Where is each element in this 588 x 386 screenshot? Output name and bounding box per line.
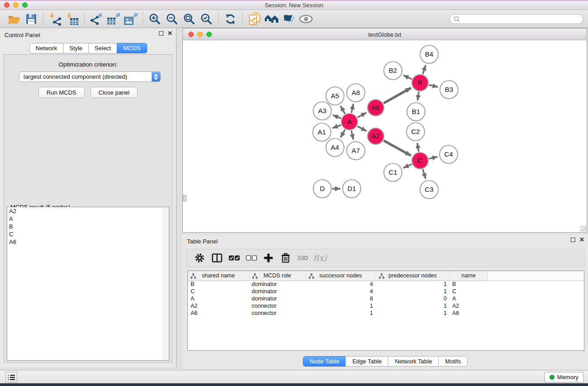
close-panel-icon[interactable]: ✕ bbox=[167, 31, 172, 36]
graph-node-B4[interactable]: B4 bbox=[420, 45, 438, 63]
zoom-fit-icon[interactable] bbox=[181, 11, 198, 27]
tab-network-table[interactable]: Network Table bbox=[388, 356, 439, 367]
graph-edge-A-A5[interactable] bbox=[340, 106, 345, 114]
zoom-in-icon[interactable] bbox=[146, 11, 163, 27]
graph-node-C[interactable]: C bbox=[412, 152, 428, 169]
graph-node-D1[interactable]: D1 bbox=[343, 180, 361, 198]
tab-edge-table[interactable]: Edge Table bbox=[345, 356, 388, 367]
column-header-shared-name[interactable]: shared name bbox=[188, 271, 249, 281]
graph-edge-C-C4[interactable] bbox=[429, 157, 438, 158]
run-mcds-button[interactable]: Run MCDS bbox=[38, 87, 85, 98]
tab-motifs[interactable]: Motifs bbox=[438, 356, 468, 367]
column-header-successor-nodes[interactable]: successor nodes bbox=[306, 271, 376, 281]
mcds-result-item[interactable]: C bbox=[7, 230, 169, 238]
graph-node-A4[interactable]: A4 bbox=[326, 138, 344, 157]
table-row[interactable]: Adominator80A bbox=[188, 295, 584, 302]
flag-icon[interactable] bbox=[280, 11, 297, 27]
graph-edge-A-A7[interactable] bbox=[351, 131, 353, 140]
search-input[interactable] bbox=[462, 16, 579, 22]
delete-rows-trash-icon[interactable] bbox=[277, 250, 294, 266]
criterion-select[interactable]: largest connected component (directed) bbox=[19, 71, 161, 82]
eye-icon[interactable] bbox=[297, 11, 315, 27]
resize-grip-icon[interactable] bbox=[580, 225, 586, 232]
table-row[interactable]: A6connector11A6 bbox=[188, 310, 584, 317]
import-table-icon[interactable] bbox=[64, 11, 81, 27]
graph-node-A7[interactable]: A7 bbox=[347, 142, 365, 160]
column-header-name[interactable]: name bbox=[449, 271, 488, 281]
graph-edge-C-C1[interactable] bbox=[403, 164, 412, 168]
tab-style[interactable]: Style bbox=[63, 43, 89, 53]
mcds-result-item[interactable]: A6 bbox=[7, 238, 169, 246]
graph-edge-A-A4[interactable] bbox=[340, 129, 345, 138]
double-home-icon[interactable] bbox=[263, 11, 280, 27]
tab-select[interactable]: Select bbox=[88, 43, 117, 53]
refresh-icon[interactable] bbox=[222, 11, 239, 27]
graph-node-A8[interactable]: A8 bbox=[347, 84, 365, 102]
zoom-selected-icon[interactable] bbox=[198, 11, 215, 27]
graph-edge-C-C2[interactable] bbox=[417, 143, 419, 152]
graph-edge-B-B1[interactable] bbox=[417, 92, 419, 100]
graph-edge-C-C3[interactable] bbox=[423, 169, 426, 179]
graph-edge-A2-C[interactable] bbox=[384, 141, 411, 156]
column-header-predecessor-nodes[interactable]: predecessor nodes bbox=[376, 271, 449, 281]
graph-node-B[interactable]: B bbox=[412, 75, 428, 91]
memory-button[interactable]: Memory bbox=[545, 372, 583, 382]
mcds-result-item[interactable]: A2 bbox=[7, 207, 169, 215]
graph-edge-A-A6[interactable] bbox=[358, 113, 367, 118]
network-document-icon[interactable] bbox=[246, 11, 263, 27]
export-network-icon[interactable] bbox=[88, 11, 105, 27]
float-panel-icon[interactable] bbox=[571, 238, 575, 242]
graph-node-C2[interactable]: C2 bbox=[406, 123, 425, 141]
graph-node-B3[interactable]: B3 bbox=[440, 81, 458, 99]
graph-edge-A6-B[interactable] bbox=[383, 88, 411, 103]
tab-node-table[interactable]: Node Table bbox=[303, 356, 346, 367]
tab-network[interactable]: Network bbox=[29, 43, 63, 53]
open-file-icon[interactable] bbox=[5, 11, 23, 27]
mcds-result-item[interactable]: A bbox=[7, 215, 169, 223]
graph-node-A5[interactable]: A5 bbox=[326, 87, 344, 105]
graph-edge-B-B4[interactable] bbox=[423, 65, 425, 74]
graph-node-C1[interactable]: C1 bbox=[384, 163, 402, 181]
split-view-icon[interactable] bbox=[208, 250, 225, 266]
graph-node-A6[interactable]: A6 bbox=[368, 100, 384, 116]
graph-edge-A-A1[interactable] bbox=[332, 125, 341, 128]
graph-node-A1[interactable]: A1 bbox=[313, 123, 331, 141]
graph-edge-A-A3[interactable] bbox=[333, 115, 341, 118]
close-panel-button[interactable]: Close panel bbox=[91, 87, 138, 98]
table-row[interactable]: A2connector11A2 bbox=[188, 302, 584, 310]
mcds-result-item[interactable]: B bbox=[7, 223, 169, 230]
graph-node-C4[interactable]: C4 bbox=[440, 145, 458, 163]
graph-edge-B-B3[interactable] bbox=[429, 85, 438, 87]
network-canvas[interactable]: B4B2BB3A5A8A6B1A3AC2A1A2A4A7C4CC1C3DD1 bbox=[183, 40, 587, 232]
column-header-mcds-role[interactable]: MCDS role bbox=[249, 271, 306, 281]
import-network-icon[interactable] bbox=[47, 11, 64, 27]
svg-text:B2: B2 bbox=[389, 67, 397, 74]
export-image-icon[interactable] bbox=[122, 11, 139, 27]
table-cell: 4 bbox=[306, 281, 376, 288]
graph-node-A2[interactable]: A2 bbox=[368, 128, 384, 144]
save-session-icon[interactable] bbox=[23, 11, 40, 27]
graph-node-A3[interactable]: A3 bbox=[313, 102, 331, 120]
graph-node-B1[interactable]: B1 bbox=[407, 103, 425, 121]
graph-node-C3[interactable]: C3 bbox=[420, 181, 438, 199]
zoom-out-icon[interactable] bbox=[163, 11, 181, 27]
select-all-columns-icon[interactable] bbox=[225, 250, 243, 266]
network-side-handle[interactable] bbox=[183, 195, 186, 201]
float-panel-icon[interactable] bbox=[159, 31, 163, 36]
task-history-list-icon[interactable] bbox=[5, 372, 17, 382]
close-panel-icon[interactable]: ✕ bbox=[579, 238, 584, 242]
export-table-icon[interactable] bbox=[105, 11, 122, 27]
table-settings-gear-icon[interactable] bbox=[191, 250, 208, 266]
tab-mcds[interactable]: MCDS bbox=[117, 43, 147, 53]
table-row[interactable]: Bdominator41B bbox=[188, 281, 584, 288]
graph-edge-A-A8[interactable] bbox=[351, 104, 353, 113]
graph-edge-B-B2[interactable] bbox=[403, 75, 412, 79]
mcds-list-scrollbar[interactable] bbox=[163, 207, 169, 360]
add-row-plus-icon[interactable] bbox=[260, 250, 277, 266]
deselect-all-columns-icon[interactable] bbox=[243, 250, 260, 266]
table-row[interactable]: Cdominator41C bbox=[188, 288, 584, 295]
graph-edge-A-A2[interactable] bbox=[358, 126, 367, 131]
graph-node-B2[interactable]: B2 bbox=[384, 62, 402, 80]
graph-node-A[interactable]: A bbox=[341, 114, 358, 130]
graph-node-D[interactable]: D bbox=[313, 180, 331, 198]
